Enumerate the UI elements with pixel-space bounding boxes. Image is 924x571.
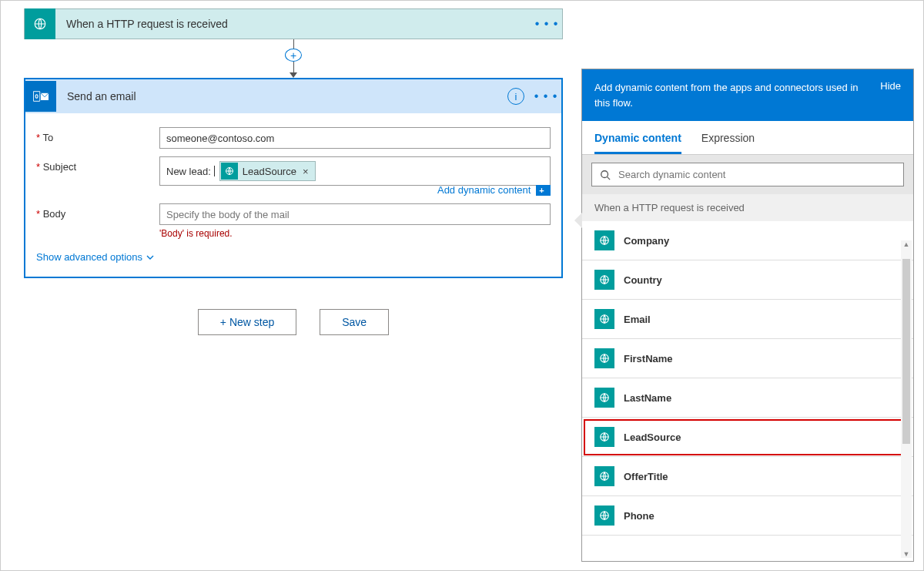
show-advanced-options-link[interactable]: Show advanced options: [36, 251, 155, 263]
action-header[interactable]: Send an email i • • •: [25, 79, 561, 113]
scroll-down-icon[interactable]: ▼: [903, 550, 910, 558]
dynamic-item-label: Company: [624, 235, 669, 247]
add-step-inline-button[interactable]: +: [285, 49, 302, 62]
action-title: Send an email: [56, 90, 507, 102]
dynamic-item-label: LeadSource: [624, 432, 681, 443]
action-card-send-email: Send an email i • • • * To someone@conto…: [24, 78, 563, 278]
dynamic-group-header: When a HTTP request is received: [582, 194, 913, 221]
field-body-label: * Body: [36, 203, 159, 239]
panel-pointer-icon: [574, 213, 582, 228]
dynamic-item-label: FirstName: [624, 353, 673, 364]
add-dynamic-content-link[interactable]: Add dynamic content +: [36, 184, 551, 196]
http-token-icon: [594, 388, 614, 408]
save-button[interactable]: Save: [320, 309, 389, 335]
dynamic-item-label: Country: [624, 274, 662, 286]
http-token-icon: [594, 230, 614, 250]
field-subject-input[interactable]: New lead: LeadSource ×: [159, 156, 551, 186]
trigger-menu-button[interactable]: • • •: [531, 17, 562, 31]
remove-token-icon[interactable]: ×: [301, 166, 310, 177]
action-info-button[interactable]: i: [507, 88, 524, 105]
http-token-icon: [594, 466, 614, 486]
dynamic-item-offertitle[interactable]: OfferTitle: [582, 457, 913, 496]
dynamic-item-country[interactable]: Country: [582, 260, 913, 300]
bottom-button-row: + New step Save: [24, 309, 563, 335]
flow-column: When a HTTP request is received • • • +: [24, 8, 563, 335]
dynamic-item-firstname[interactable]: FirstName: [582, 339, 913, 378]
http-token-icon: [594, 506, 614, 526]
dynamic-items-list: CompanyCountryEmailFirstNameLastNameLead…: [582, 221, 913, 561]
dynamic-item-company[interactable]: Company: [582, 221, 913, 260]
dynamic-item-lastname[interactable]: LastName: [582, 378, 913, 418]
svg-point-6: [601, 170, 608, 177]
hide-panel-link[interactable]: Hide: [872, 80, 901, 92]
field-subject-label: * Subject: [36, 156, 159, 186]
action-body: * To someone@contoso.com * Subject New l…: [25, 113, 561, 277]
dynamic-search-wrap: [582, 155, 913, 194]
http-token-icon: [594, 270, 614, 290]
tab-dynamic-content[interactable]: Dynamic content: [594, 121, 681, 154]
field-body-input[interactable]: Specify the body of the mail: [159, 203, 551, 225]
dynamic-item-leadsource[interactable]: LeadSource: [582, 418, 913, 457]
scroll-up-icon[interactable]: ▲: [903, 240, 910, 248]
field-body-error: 'Body' is required.: [159, 228, 551, 239]
field-body-row: * Body Specify the body of the mail 'Bod…: [36, 203, 551, 239]
tab-expression[interactable]: Expression: [701, 121, 755, 154]
dynamic-panel-header: Add dynamic content from the apps and co…: [582, 69, 913, 121]
scroll-thumb[interactable]: [902, 259, 910, 444]
dynamic-search-box[interactable]: [591, 163, 904, 186]
dynamic-item-label: Phone: [624, 510, 654, 522]
http-token-icon: [594, 348, 614, 368]
chevron-down-icon: [146, 253, 155, 262]
subject-token-leadsource[interactable]: LeadSource ×: [219, 161, 316, 181]
http-token-icon: [594, 427, 614, 447]
svg-point-4: [36, 95, 38, 97]
subject-prefix-text: New lead:: [166, 166, 211, 177]
dynamic-search-input[interactable]: [617, 168, 896, 181]
dynamic-item-label: LastName: [624, 392, 671, 404]
add-dynamic-plus-icon: +: [536, 185, 547, 196]
dynamic-item-phone[interactable]: Phone: [582, 496, 913, 536]
dynamic-content-panel: Add dynamic content from the apps and co…: [581, 69, 914, 562]
dynamic-panel-tabs: Dynamic content Expression: [582, 121, 913, 155]
trigger-title: When a HTTP request is received: [55, 18, 531, 30]
http-token-icon: [221, 163, 238, 180]
dynamic-item-email[interactable]: Email: [582, 300, 913, 339]
action-menu-button[interactable]: • • •: [531, 89, 561, 103]
trigger-card[interactable]: When a HTTP request is received • • •: [24, 8, 563, 39]
search-icon: [600, 170, 611, 180]
flow-designer-canvas: When a HTTP request is received • • • +: [0, 0, 924, 571]
dynamic-item-label: OfferTitle: [624, 471, 668, 482]
outlook-connector-icon: [25, 81, 56, 112]
panel-scrollbar[interactable]: ▲ ▼: [901, 240, 912, 558]
connector-line: +: [24, 39, 563, 78]
field-to-label: * To: [36, 127, 159, 149]
field-to-input[interactable]: someone@contoso.com: [159, 127, 551, 149]
dynamic-item-label: Email: [624, 314, 651, 325]
new-step-button[interactable]: + New step: [198, 309, 296, 335]
field-to-row: * To someone@contoso.com: [36, 127, 551, 149]
field-subject-row: * Subject New lead: LeadSource ×: [36, 156, 551, 186]
http-token-icon: [594, 309, 614, 329]
http-connector-icon: [25, 8, 55, 39]
